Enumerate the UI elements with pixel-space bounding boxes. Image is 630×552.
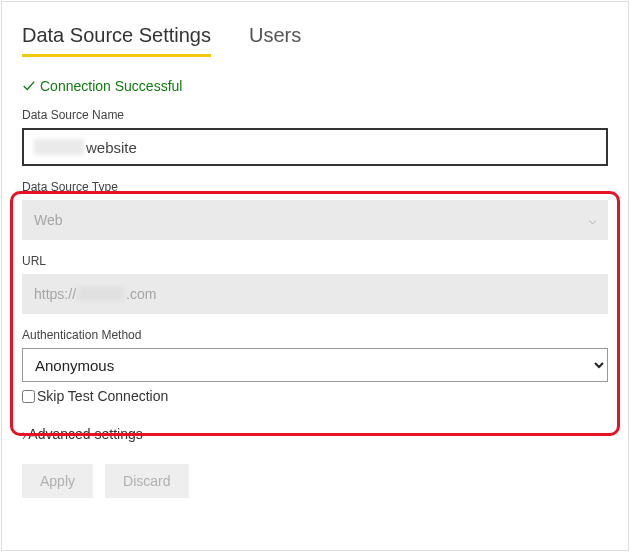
settings-panel: Data Source Settings Users Connection Su… bbox=[1, 1, 629, 551]
name-value-suffix: website bbox=[86, 139, 137, 156]
data-source-type-select: Web ⌵ bbox=[22, 200, 608, 240]
action-buttons: Apply Discard bbox=[22, 464, 608, 498]
tab-bar: Data Source Settings Users bbox=[22, 18, 608, 56]
redacted-text bbox=[78, 287, 124, 301]
url-suffix: .com bbox=[126, 286, 156, 302]
skip-test-connection-label: Skip Test Connection bbox=[37, 388, 168, 404]
redacted-text bbox=[34, 139, 84, 155]
data-source-name-input[interactable]: website bbox=[22, 128, 608, 166]
url-prefix: https:// bbox=[34, 286, 76, 302]
chevron-right-icon: › bbox=[22, 425, 26, 443]
connection-status: Connection Successful bbox=[22, 78, 608, 94]
tab-users[interactable]: Users bbox=[249, 18, 301, 55]
tab-data-source-settings[interactable]: Data Source Settings bbox=[22, 18, 211, 55]
advanced-settings-toggle[interactable]: › Advanced settings bbox=[22, 426, 608, 442]
chevron-down-icon: ⌵ bbox=[589, 213, 596, 227]
url-label: URL bbox=[22, 254, 608, 268]
discard-button[interactable]: Discard bbox=[105, 464, 188, 498]
type-label: Data Source Type bbox=[22, 180, 608, 194]
connection-status-text: Connection Successful bbox=[40, 78, 182, 94]
check-icon bbox=[22, 79, 36, 93]
skip-test-connection-checkbox[interactable] bbox=[22, 390, 35, 403]
auth-label: Authentication Method bbox=[22, 328, 608, 342]
advanced-settings-label: Advanced settings bbox=[28, 426, 142, 442]
apply-button[interactable]: Apply bbox=[22, 464, 93, 498]
url-input: https:// .com bbox=[22, 274, 608, 314]
type-value: Web bbox=[34, 212, 63, 228]
authentication-method-select[interactable]: Anonymous bbox=[22, 348, 608, 382]
name-label: Data Source Name bbox=[22, 108, 608, 122]
